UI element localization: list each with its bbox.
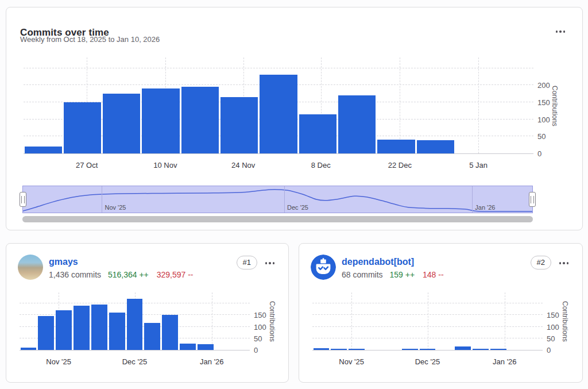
x-tick-label: Dec '25 xyxy=(408,357,448,366)
navigator-tick-label: Dec '25 xyxy=(287,204,308,211)
contributor-card-gmays: gmays 1,436 commits 516,364 ++ 329,597 -… xyxy=(6,243,289,383)
brush-handle-left[interactable] xyxy=(20,192,26,207)
x-tick-label: Nov '25 xyxy=(38,357,79,366)
chart-navigator-brush[interactable]: Nov '25Dec '25Jan '26 xyxy=(22,186,533,213)
y-tick-label: 150 xyxy=(547,311,559,319)
contributor-bar-chart: Nov '25Dec '25Jan '26050100150 xyxy=(20,292,250,351)
week-bar xyxy=(377,140,415,153)
week-bar xyxy=(162,315,178,350)
x-tick-label: 5 Jan xyxy=(458,161,498,170)
y-tick-label: 150 xyxy=(254,311,266,319)
commit-count: 68 commits xyxy=(342,270,383,279)
contributor-name-link[interactable]: gmays xyxy=(49,257,78,267)
additions-count: 516,364 ++ xyxy=(108,270,149,279)
y-tick-label: 0 xyxy=(537,149,541,158)
card-menu-button[interactable] xyxy=(554,28,568,35)
navigator-tick-label: Jan '26 xyxy=(475,204,495,211)
contributors-analytics-page: Commits over time Weekly from Oct 18, 20… xyxy=(0,0,588,389)
week-bar xyxy=(21,348,37,350)
dependabot-logo-icon xyxy=(311,255,336,280)
week-bar xyxy=(490,349,506,350)
x-tick-label: Jan '26 xyxy=(192,357,232,366)
y-tick-label: 50 xyxy=(547,334,555,343)
date-range-subtitle: Weekly from Oct 18, 2025 to Jan 10, 2026 xyxy=(20,35,160,44)
ellipsis-icon xyxy=(556,30,566,33)
y-tick-label: 100 xyxy=(547,323,559,332)
card-menu-button[interactable] xyxy=(263,260,277,267)
week-bar xyxy=(180,344,196,350)
x-tick-label: Jan '26 xyxy=(485,357,525,366)
x-gridline xyxy=(400,57,400,153)
x-tick-label: 8 Dec xyxy=(301,161,341,170)
x-gridline xyxy=(505,292,505,350)
deletions-count: 329,597 -- xyxy=(157,270,194,279)
x-tick-label: 10 Nov xyxy=(145,161,185,170)
x-gridline xyxy=(212,292,212,350)
week-bar xyxy=(109,313,125,350)
week-bar xyxy=(127,299,143,350)
week-bar xyxy=(455,346,471,350)
week-bar xyxy=(349,349,365,350)
contributor-bar-chart: Nov '25Dec '25Jan '26050100150 xyxy=(312,292,543,351)
x-tick-label: 27 Oct xyxy=(67,161,107,170)
contributor-stats: 68 commits 159 ++ 148 -- xyxy=(342,270,444,279)
additions-count: 159 ++ xyxy=(389,270,415,279)
commit-count: 1,436 commits xyxy=(49,270,101,279)
y-tick-label: 50 xyxy=(537,132,546,141)
y-tick-label: 100 xyxy=(254,323,266,332)
navigator-gridline xyxy=(102,186,102,213)
chart-scrollbar[interactable] xyxy=(22,216,533,222)
y-tick-label: 0 xyxy=(547,346,551,355)
week-bar xyxy=(402,349,418,350)
avatar[interactable] xyxy=(311,255,336,280)
week-bar xyxy=(38,316,54,350)
x-gridline xyxy=(478,57,479,153)
week-bar xyxy=(74,306,90,350)
ellipsis-icon xyxy=(265,262,275,264)
week-bar xyxy=(220,97,258,153)
rank-badge: #1 xyxy=(237,256,257,269)
commits-bar-chart: 27 Oct10 Nov24 Nov8 Dec22 Dec5 Jan050100… xyxy=(24,57,533,154)
y-axis-title: Contributions xyxy=(268,292,277,351)
x-gridline xyxy=(428,292,428,350)
x-gridline xyxy=(351,292,352,350)
y-tick-label: 150 xyxy=(537,98,550,107)
week-bar xyxy=(314,348,330,350)
ellipsis-icon xyxy=(559,262,569,264)
week-bar xyxy=(64,102,101,153)
week-bar xyxy=(299,114,336,153)
week-bar xyxy=(103,94,140,153)
y-gridline xyxy=(24,68,533,68)
y-tick-label: 0 xyxy=(254,346,258,355)
y-tick-label: 100 xyxy=(537,115,550,124)
week-bar xyxy=(181,87,219,153)
avatar[interactable] xyxy=(18,255,43,280)
contributor-card-dependabot: dependabot[bot] 68 commits 159 ++ 148 --… xyxy=(299,243,583,383)
rank-badge: #2 xyxy=(531,256,551,269)
y-tick-label: 50 xyxy=(254,334,262,343)
week-bar xyxy=(198,344,214,350)
commits-over-time-card: Commits over time Weekly from Oct 18, 20… xyxy=(6,7,583,230)
x-tick-label: 22 Dec xyxy=(380,161,420,170)
week-bar xyxy=(260,75,297,153)
y-axis-title: Contributions xyxy=(560,292,570,351)
y-tick-label: 200 xyxy=(537,81,550,90)
contributor-name-link[interactable]: dependabot[bot] xyxy=(342,257,414,267)
week-bar xyxy=(25,147,62,153)
week-bar xyxy=(91,305,107,350)
navigator-sparkline xyxy=(23,186,532,213)
week-bar xyxy=(144,323,160,350)
brush-handle-right[interactable] xyxy=(529,192,536,207)
card-menu-button[interactable] xyxy=(557,260,571,267)
week-bar xyxy=(142,88,179,153)
x-tick-label: Nov '25 xyxy=(331,357,372,366)
week-bar xyxy=(420,349,436,350)
x-tick-label: 24 Nov xyxy=(223,161,264,170)
y-axis-title: Contributions xyxy=(550,57,560,154)
week-bar xyxy=(56,310,72,350)
navigator-tick-label: Nov '25 xyxy=(105,204,126,211)
week-bar xyxy=(331,349,347,350)
navigator-gridline xyxy=(472,186,473,213)
contributor-stats: 1,436 commits 516,364 ++ 329,597 -- xyxy=(49,270,194,279)
week-bar xyxy=(473,349,489,350)
